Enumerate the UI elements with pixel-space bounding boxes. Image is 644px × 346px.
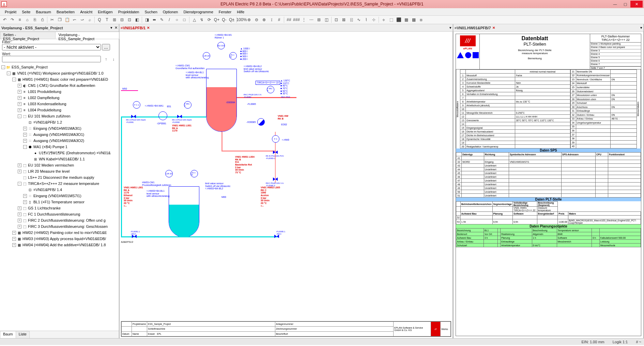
menu-suchen[interactable]: Suchen (142, 9, 160, 15)
filter-select[interactable]: - Nicht aktiviert - (2, 44, 101, 50)
tree-row[interactable]: ⊡=VN01&PFB/ 1.2 (1, 119, 118, 125)
toolbar-btn-0[interactable]: ↶ (1, 16, 8, 23)
toolbar-btn-36[interactable]: ## (286, 16, 292, 23)
schematic-canvas[interactable]: =.HW01+B4-M1 Rührer 1 EU 102 LIR 20 LS++… (119, 32, 453, 338)
toolbar-btn-38[interactable]: ⋮ (301, 16, 307, 23)
toolbar-btn-48[interactable]: ⟡ (380, 16, 387, 23)
tree-row[interactable]: +∷Eingang (VN01HW01MS7I1) (1, 193, 118, 199)
toolbar-btn-6[interactable]: ✂ (49, 16, 56, 23)
menu-dienstprogramme[interactable]: Dienstprogramme (181, 9, 216, 15)
maximize-button[interactable]: ▢ (620, 1, 630, 7)
toolbar-btn-44[interactable]: ⍃ (348, 16, 355, 23)
tree-row[interactable]: +≡L002 Dampfleitung (1, 95, 118, 101)
tree-row[interactable]: +▦HW02 (=HW02) Painting color red to mix… (1, 230, 118, 236)
toolbar-btn-30[interactable]: 100% (238, 16, 245, 23)
toolbar-btn-27[interactable]: Q+ (213, 16, 220, 23)
toolbar-btn-45[interactable]: ∿ (355, 16, 362, 23)
tree-row[interactable]: -⬚TIRCA+S++Z+++ 22 measure temperature (1, 180, 118, 187)
toolbar-btn-18[interactable]: ◨ (143, 16, 150, 23)
tree-row[interactable]: -⬚EU 101 Medium zuführen (1, 113, 118, 119)
tree-row[interactable]: +⬚FC 1 Durchflussventilsteuerung (1, 211, 118, 217)
toolbar-btn-53[interactable]: ⧈ (418, 16, 425, 23)
toolbar-btn-31[interactable]: ⊕ (246, 16, 252, 23)
toolbar-btn-5[interactable]: ⎙ (39, 16, 46, 23)
toolbar-btn-34[interactable]: ⟟ (268, 16, 275, 23)
up-arrow-icon[interactable]: ↑ (103, 56, 109, 63)
toolbar-btn-35[interactable]: # (276, 16, 282, 23)
wert-input[interactable] (2, 56, 101, 62)
toolbar-btn-12[interactable]: Q (96, 16, 103, 23)
toolbar-btn-26[interactable]: ⟳ (206, 16, 213, 23)
tab-baum[interactable]: Baum (0, 331, 16, 338)
toolbar-btn-19[interactable]: ⬌ (151, 16, 158, 23)
tree-row[interactable]: +⬚LIR 20 Measure the level (1, 168, 118, 174)
toolbar-btn-25[interactable]: ↯ (198, 16, 205, 23)
menu-bearbeiten[interactable]: Bearbeiten (54, 9, 77, 15)
schematic-tab-close-icon[interactable]: ✕ (147, 26, 150, 30)
menu-fenster[interactable]: Fenster (216, 9, 234, 15)
tree-row[interactable]: ⬚LS++ 21 Disconnect the medium supply (1, 174, 118, 180)
toolbar-btn-16[interactable]: ⊡ (126, 16, 133, 23)
toolbar-btn-14[interactable]: ⊞ (111, 16, 118, 23)
toolbar-btn-29[interactable]: Q± (228, 16, 235, 23)
toolbar-btn-28[interactable]: Q- (221, 16, 228, 23)
toolbar-btn-40[interactable]: ⊞ (316, 16, 322, 23)
toolbar-btn-13[interactable]: T (104, 16, 110, 23)
menu-einfügen[interactable]: Einfügen (95, 9, 115, 15)
tree-row[interactable]: +≡L001 Produktleitung (1, 89, 118, 95)
menu-bauraum[interactable]: Bauraum (33, 9, 54, 15)
datasheet-tab-close-icon[interactable]: ✕ (492, 26, 495, 30)
menu-optionen[interactable]: Optionen (160, 9, 181, 15)
tree-row[interactable]: +∷Ausgang (VN01HW01MA3O2) (1, 138, 118, 144)
tree-row[interactable]: ⊡=VN01&PFB/ 1.4 (1, 187, 118, 193)
tree-row[interactable]: +∷Eingang (VN01HW01MA3I1) (1, 125, 118, 131)
tree-row[interactable]: +⬚GS 1 Lichtschranke (1, 205, 118, 211)
menu-seite[interactable]: Seite (19, 9, 33, 15)
filter-browse-button[interactable]: ... (102, 44, 110, 50)
panel-close-icon[interactable]: ✕ (114, 26, 118, 30)
tree-row[interactable]: +◐CM1 (-CM1) Grundfarbe Rot aufbereiten (1, 82, 118, 89)
menu-hilfe[interactable]: Hilfe (234, 9, 247, 15)
menu-projektdaten[interactable]: Projektdaten (116, 9, 142, 15)
tab-preplanning[interactable]: Vorplanung - ESS_Sample_Project (55, 32, 119, 39)
toolbar-btn-49[interactable]: ⬚ (388, 16, 395, 23)
datasheet-canvas[interactable]: /// ePLAN Datenblatt PLT-Stellen Bezeich… (453, 32, 644, 338)
toolbar-btn-41[interactable]: ◫ (323, 16, 330, 23)
datasheet-dropdown-icon[interactable]: ▾ (640, 26, 642, 30)
tree-row[interactable]: +▯BL1 (+F1) Temperature sensor (1, 199, 118, 205)
tab-pages[interactable]: Seiten - ESS_Sample_Project (0, 32, 56, 39)
toolbar-btn-32[interactable]: ⊖ (253, 16, 260, 23)
toolbar-btn-39[interactable]: ⋯ (308, 16, 315, 23)
tree-row[interactable]: +≡L003 Kondensatleitung (1, 101, 118, 107)
toolbar-btn-17[interactable]: ◧ (134, 16, 140, 23)
tab-liste[interactable]: Liste (16, 331, 30, 338)
tree-row[interactable]: +▦HW03 (=HW03) Apply process liquid=VN01… (1, 236, 118, 242)
toolbar-btn-22[interactable]: ○ (173, 16, 180, 23)
toolbar-btn-9[interactable]: ⤺ (71, 16, 78, 23)
tree-row[interactable]: +⬚FIRC 2 Durchflussventilsteuerung: Offe… (1, 217, 118, 223)
toolbar-btn-8[interactable]: 📋 (64, 16, 71, 23)
tree-row[interactable]: +∷Ausgang (VN01HW01MA3O1) (1, 131, 118, 138)
menu-ansicht[interactable]: Ansicht (77, 9, 95, 15)
toolbar-btn-20[interactable]: ✎ (158, 16, 165, 23)
tree[interactable]: -📁ESS_Sample_Project-▦VN01 (=VN01) Workp… (0, 63, 119, 331)
toolbar-btn-33[interactable]: ⊗ (261, 16, 267, 23)
close-button[interactable]: ✕ (630, 1, 643, 7)
toolbar-btn-50[interactable]: ⬛ (395, 16, 402, 23)
tree-row[interactable]: -⬣MA1 (+B4) Pumpe 1 (1, 144, 118, 150)
tree-row[interactable]: +▦HW04 (=HW04) Add the additive=VN01&EDB… (1, 242, 118, 248)
tree-row[interactable]: -📁ESS_Sample_Project (1, 64, 118, 70)
toolbar-btn-42[interactable]: ⊡ (333, 16, 340, 23)
toolbar-btn-43[interactable]: ⊠ (340, 16, 347, 23)
toolbar-btn-21[interactable]: / (166, 16, 173, 23)
toolbar-btn-1[interactable]: ↷ (9, 16, 16, 23)
menu-projekt[interactable]: Projekt (2, 9, 19, 15)
toolbar-btn-2[interactable]: ≡ (16, 16, 23, 23)
toolbar-btn-11[interactable]: ⌕ (86, 16, 93, 23)
toolbar-btn-4[interactable]: ⎘ (31, 16, 38, 23)
tree-row[interactable]: ⊞WN Kabel=VN01&EDB/ 1.1 (1, 156, 118, 162)
toolbar-btn-51[interactable]: ▦ (403, 16, 410, 23)
tree-row[interactable]: -▦VN01 (=VN01) Workpiece painting=VN01&E… (1, 70, 118, 76)
toolbar-btn-24[interactable]: △ (191, 16, 198, 23)
tree-row[interactable]: ●U1¶V1¶W1¶PE (Drehstrommotor) =VN01& (1, 150, 118, 156)
